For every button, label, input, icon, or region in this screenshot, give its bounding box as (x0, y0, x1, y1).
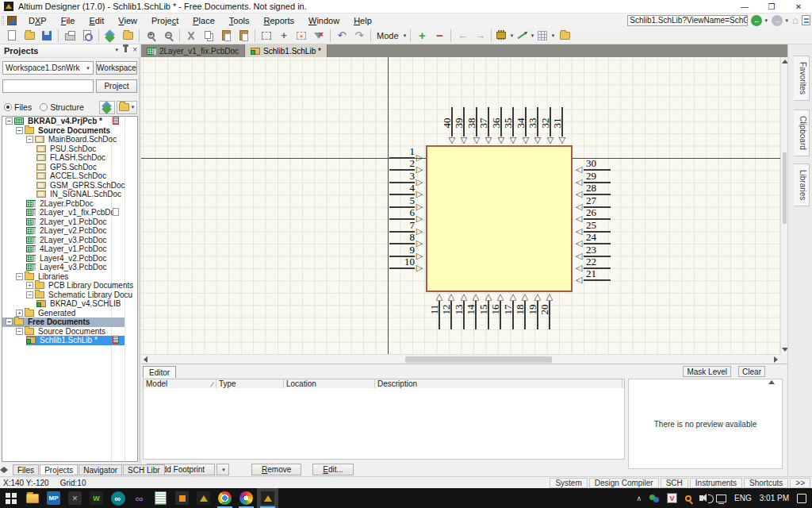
tree-row[interactable]: −BKRAD_v4.PrjPcb * (2, 117, 137, 126)
collapse-icon[interactable]: − (6, 318, 13, 325)
status-button-sch[interactable]: SCH (661, 478, 688, 488)
print-preview-button[interactable] (79, 28, 95, 44)
mask-level-button[interactable]: Mask Level (683, 366, 731, 377)
back-history-dropdown-icon[interactable]: ▼ (764, 18, 768, 23)
panel-tab-files[interactable]: Files (13, 464, 39, 475)
pin-panel-icon[interactable] (124, 47, 127, 52)
tree-row[interactable]: 2Layer_v1.PcbDoc (2, 217, 137, 227)
remove-button[interactable]: Remove (251, 464, 301, 475)
altium-designer-icon[interactable] (257, 488, 278, 508)
close-panel-icon[interactable]: × (132, 45, 137, 54)
collapse-icon[interactable]: − (16, 273, 23, 280)
collapse-icon[interactable]: − (16, 328, 23, 335)
undo-button[interactable]: ↶ (334, 28, 350, 44)
schematic-canvas[interactable]: ▷1▷2▷3▷4▷5▷6▷7▷8▷9▷10◁30◁29◁28◁27◁26◁25◁… (141, 57, 780, 354)
home-button[interactable]: ⌂ (792, 15, 799, 26)
column-header-location[interactable]: Location (284, 379, 375, 388)
workspace-button[interactable]: Workspace (96, 61, 137, 75)
volume-icon[interactable] (695, 488, 712, 508)
scroll-left-icon[interactable] (144, 356, 147, 363)
menu-item-view[interactable]: View (111, 15, 144, 26)
clear-filter-button[interactable] (311, 28, 327, 44)
paste-array-button[interactable] (236, 28, 251, 44)
mode-button[interactable]: Mode▼ (374, 28, 407, 44)
tree-row[interactable]: −Libraries (2, 272, 137, 282)
print-button[interactable] (62, 28, 78, 44)
add-part-button[interactable]: + (414, 28, 430, 44)
chevron-down-icon[interactable]: ▼ (530, 33, 534, 38)
document-views-button[interactable] (802, 15, 810, 25)
tree-row[interactable]: +PCB Library Documents (2, 281, 137, 291)
tree-row[interactable]: 2Layer_v1_fix.PcbDoc (2, 208, 137, 217)
workspace-combo[interactable]: Workspace1.DsnWrk ▼ (2, 61, 94, 75)
status-button-design-compiler[interactable]: Design Compiler (589, 478, 659, 488)
tree-row[interactable]: −Source Documents (2, 126, 137, 136)
tree-row[interactable]: ACCEL.SchDoc (2, 171, 137, 181)
network-icon[interactable] (712, 488, 730, 508)
app-x-icon[interactable]: ✕ (64, 488, 86, 508)
files-radio[interactable] (4, 103, 12, 111)
tray-expand-icon[interactable]: ∧ (632, 488, 645, 508)
notepadpp-icon[interactable] (150, 488, 171, 508)
component-body[interactable] (426, 145, 573, 292)
panel-tab-navigator[interactable]: Navigator (79, 464, 122, 475)
paste-button[interactable] (218, 28, 234, 44)
zoom-in-button[interactable]: + (143, 28, 159, 44)
maximize-button[interactable]: ❐ (758, 0, 785, 13)
tree-row[interactable]: −Schematic Library Docu (2, 291, 137, 300)
save-button[interactable] (39, 28, 55, 44)
new-document-button[interactable] (4, 28, 20, 44)
tree-row[interactable]: 4Layer_v1.PcbDoc (2, 244, 137, 254)
canvas-horizontal-scrollbar[interactable] (141, 354, 780, 364)
action-center-icon[interactable] (793, 488, 810, 508)
select-area-button[interactable] (259, 28, 274, 44)
scroll-right-icon[interactable] (774, 356, 778, 363)
editor-tab[interactable]: Editor (143, 366, 176, 378)
clear-button[interactable]: Clear (738, 366, 765, 377)
column-header-model[interactable]: Model (144, 379, 216, 388)
move-selection-button[interactable]: + (276, 28, 292, 44)
file-explorer-icon[interactable] (21, 488, 43, 508)
status-button-instruments[interactable]: Instruments (690, 478, 742, 488)
panel-menu-icon[interactable]: ▼ (114, 48, 119, 52)
collapse-icon[interactable]: − (26, 136, 33, 143)
status-button-shortcuts[interactable]: Shortcuts (744, 478, 788, 488)
open-project-button[interactable] (120, 28, 136, 44)
project-tree[interactable]: −BKRAD_v4.PrjPcb *−Source Documents−Main… (2, 116, 138, 462)
expand-icon[interactable]: + (26, 282, 33, 289)
status-button--[interactable]: >> (790, 478, 810, 488)
dxp-icon[interactable] (7, 16, 17, 25)
tree-row[interactable]: Schlib1.SchLib * (2, 336, 137, 345)
tree-row[interactable]: GPS.SchDoc (2, 163, 137, 172)
right-tab-libraries[interactable]: Libraries (794, 164, 810, 206)
remove-part-button[interactable]: − (431, 28, 447, 44)
snippets-button[interactable] (557, 28, 573, 44)
preview-scroll-up-icon[interactable] (768, 380, 775, 384)
chevron-down-icon[interactable]: ▼ (403, 33, 408, 38)
close-button[interactable]: ✕ (785, 0, 812, 13)
column-header-type[interactable]: Type (216, 379, 284, 388)
chrome-icon[interactable] (214, 488, 236, 508)
project-combo[interactable] (2, 79, 94, 93)
tree-row[interactable]: GSM_GPRS.SchDoc (2, 181, 137, 190)
forward-button[interactable]: → (772, 15, 783, 26)
place-component-button[interactable]: ▼ (495, 28, 514, 44)
panel-tab-sch-libr[interactable]: SCH Libr (123, 464, 165, 475)
forward-history-dropdown-icon[interactable]: ▼ (784, 18, 789, 23)
tree-row[interactable]: +Generated (2, 309, 137, 318)
copy-button[interactable] (201, 28, 216, 44)
tree-row[interactable]: BKRAD_v4.SCHLIB (2, 299, 137, 309)
tree-row[interactable]: Layer4_v2.PcbDoc (2, 254, 137, 264)
minimize-button[interactable]: — (731, 0, 758, 13)
menu-item-edit[interactable]: Edit (82, 15, 111, 26)
menu-item-tools[interactable]: Tools (222, 15, 257, 26)
structure-radio[interactable] (40, 103, 48, 111)
open-document-button[interactable] (21, 28, 37, 44)
zoom-out-button[interactable]: − (160, 28, 176, 44)
document-tab-active[interactable]: Schlib1.SchLib * (245, 44, 327, 57)
tree-row[interactable]: −MainBoard.SchDoc (2, 135, 137, 144)
back-button[interactable]: ← (751, 15, 762, 26)
panel-tab-projects[interactable]: Projects (40, 464, 78, 475)
tree-row[interactable]: −Free Documents (2, 318, 137, 327)
vmware-tray-icon[interactable]: V (663, 488, 681, 508)
